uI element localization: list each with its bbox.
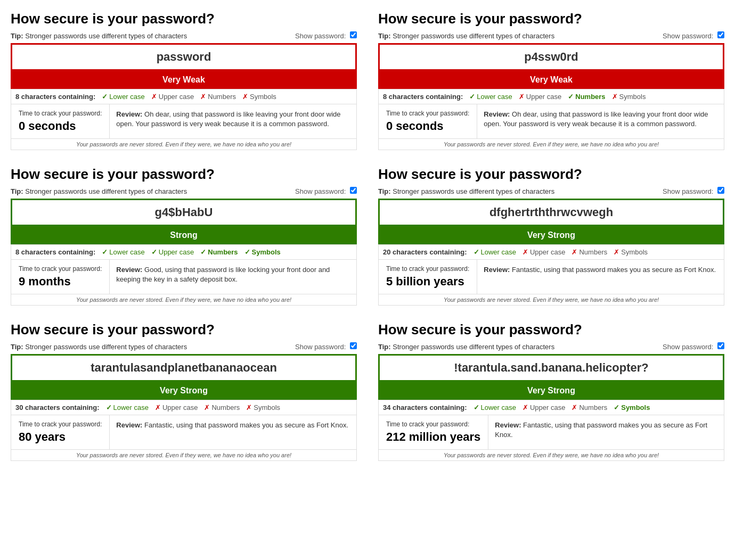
widget-title: How secure is your password? — [11, 166, 357, 183]
privacy-note: Your passwords are never stored. Even if… — [378, 294, 724, 306]
strength-bar: Very Strong — [378, 226, 724, 244]
numbers-item: ✓ Numbers — [568, 93, 605, 101]
chars-row: 8 characters containing: ✓ Lower case ✓ … — [11, 244, 357, 259]
symbols-item: ✗ Symbols — [242, 93, 276, 101]
numbers-item: ✗ Numbers — [571, 248, 607, 256]
password-input[interactable]: !tarantula.sand.banana.helicopter? — [378, 354, 724, 382]
show-password-checkbox[interactable] — [717, 187, 724, 194]
symbols-label: Symbols — [254, 403, 280, 411]
uppercase-label: Upper case — [526, 93, 561, 101]
password-input[interactable]: password — [11, 43, 357, 71]
lowercase-icon: ✓ — [469, 93, 475, 101]
uppercase-item: ✗ Upper case — [151, 93, 194, 101]
symbols-icon: ✓ — [244, 248, 250, 256]
time-label: Time to crack your password: — [19, 421, 102, 428]
tip-row: Tip: Stronger passwords use different ty… — [378, 31, 724, 40]
widget-title: How secure is your password? — [378, 166, 724, 183]
lowercase-label: Lower case — [481, 403, 516, 411]
lowercase-item: ✓ Lower case — [102, 248, 144, 256]
password-input[interactable]: tarantulasandplanetbananaocean — [11, 354, 357, 382]
detail-box: Time to crack your password: 212 million… — [378, 415, 724, 450]
symbols-icon: ✓ — [614, 403, 619, 411]
detail-box: Time to crack your password: 5 billion y… — [378, 259, 724, 294]
detail-box: Time to crack your password: 80 years Re… — [11, 415, 357, 450]
uppercase-icon: ✗ — [155, 403, 161, 411]
numbers-icon: ✓ — [200, 248, 206, 256]
uppercase-icon: ✗ — [522, 248, 528, 256]
lowercase-item: ✓ Lower case — [102, 93, 144, 101]
time-label: Time to crack your password: — [386, 421, 480, 428]
main-grid: How secure is your password? Tip: Strong… — [11, 11, 724, 461]
widget-w4: How secure is your password? Tip: Strong… — [378, 166, 724, 306]
uppercase-label: Upper case — [159, 93, 194, 101]
widget-w6: How secure is your password? Tip: Strong… — [378, 322, 724, 461]
show-password-checkbox[interactable] — [717, 31, 724, 38]
show-password-checkbox[interactable] — [350, 31, 357, 38]
uppercase-label: Upper case — [530, 403, 565, 411]
tip-row: Tip: Stronger passwords use different ty… — [11, 31, 357, 40]
uppercase-icon: ✗ — [151, 93, 157, 101]
numbers-icon: ✗ — [200, 93, 206, 101]
time-label: Time to crack your password: — [386, 110, 469, 117]
symbols-icon: ✗ — [242, 93, 248, 101]
review-section: Review: Fantastic, using that password m… — [477, 260, 722, 294]
show-password-checkbox[interactable] — [350, 187, 357, 194]
time-label: Time to crack your password: — [19, 110, 102, 117]
time-value: 0 seconds — [19, 119, 102, 133]
show-password-label: Show password: — [663, 31, 724, 40]
tip-text: Tip: Stronger passwords use different ty… — [11, 32, 187, 40]
show-password-checkbox[interactable] — [717, 342, 724, 349]
widget-w2: How secure is your password? Tip: Strong… — [378, 11, 724, 150]
chars-row: 8 characters containing: ✓ Lower case ✗ … — [11, 89, 357, 104]
lowercase-label: Lower case — [109, 248, 144, 256]
lowercase-icon: ✓ — [102, 248, 108, 256]
password-input[interactable]: g4$bHabU — [11, 199, 357, 226]
widget-w5: How secure is your password? Tip: Strong… — [11, 322, 357, 461]
symbols-label: Symbols — [252, 248, 281, 256]
uppercase-label: Upper case — [162, 403, 198, 411]
uppercase-icon: ✓ — [151, 248, 157, 256]
chars-label: 8 characters containing: — [383, 93, 463, 101]
chars-label: 8 characters containing: — [15, 93, 95, 101]
chars-label: 8 characters containing: — [15, 248, 95, 256]
numbers-icon: ✓ — [568, 93, 574, 101]
numbers-label: Numbers — [208, 248, 238, 256]
numbers-item: ✓ Numbers — [200, 248, 238, 256]
time-value: 5 billion years — [386, 275, 469, 289]
symbols-item: ✗ Symbols — [614, 248, 648, 256]
time-section: Time to crack your password: 0 seconds — [11, 104, 110, 138]
strength-bar: Very Weak — [378, 71, 724, 89]
time-value: 212 million years — [386, 430, 480, 444]
time-section: Time to crack your password: 5 billion y… — [379, 260, 477, 294]
lowercase-icon: ✓ — [102, 93, 108, 101]
review-prefix: Review: — [116, 421, 142, 429]
lowercase-item: ✓ Lower case — [469, 93, 512, 101]
tip-text: Tip: Stronger passwords use different ty… — [378, 343, 554, 351]
privacy-note: Your passwords are never stored. Even if… — [378, 450, 724, 461]
password-input[interactable]: dfghertrththrwcvwegh — [378, 199, 724, 226]
show-password-checkbox[interactable] — [350, 342, 357, 349]
detail-box: Time to crack your password: 0 seconds R… — [11, 104, 357, 139]
tip-text: Tip: Stronger passwords use different ty… — [378, 32, 554, 40]
uppercase-item: ✗ Upper case — [155, 403, 198, 411]
review-section: Review: Fantastic, using that password m… — [110, 415, 355, 449]
time-value: 9 months — [19, 275, 102, 289]
symbols-icon: ✗ — [612, 93, 618, 101]
numbers-label: Numbers — [208, 93, 236, 101]
tip-text: Tip: Stronger passwords use different ty… — [378, 187, 554, 195]
lowercase-icon: ✓ — [473, 248, 479, 256]
numbers-item: ✗ Numbers — [204, 403, 240, 411]
symbols-label: Symbols — [621, 403, 650, 411]
widget-w1: How secure is your password? Tip: Strong… — [11, 11, 357, 150]
review-prefix: Review: — [495, 421, 521, 429]
chars-row: 8 characters containing: ✓ Lower case ✗ … — [378, 89, 724, 104]
time-value: 0 seconds — [386, 119, 469, 133]
lowercase-label: Lower case — [109, 93, 144, 101]
lowercase-label: Lower case — [477, 93, 512, 101]
tip-row: Tip: Stronger passwords use different ty… — [378, 342, 724, 351]
tip-row: Tip: Stronger passwords use different ty… — [378, 187, 724, 195]
chars-row: 30 characters containing: ✓ Lower case ✗… — [11, 400, 357, 415]
password-input[interactable]: p4ssw0rd — [378, 43, 724, 71]
detail-box: Time to crack your password: 9 months Re… — [11, 259, 357, 294]
strength-bar: Strong — [11, 226, 357, 244]
